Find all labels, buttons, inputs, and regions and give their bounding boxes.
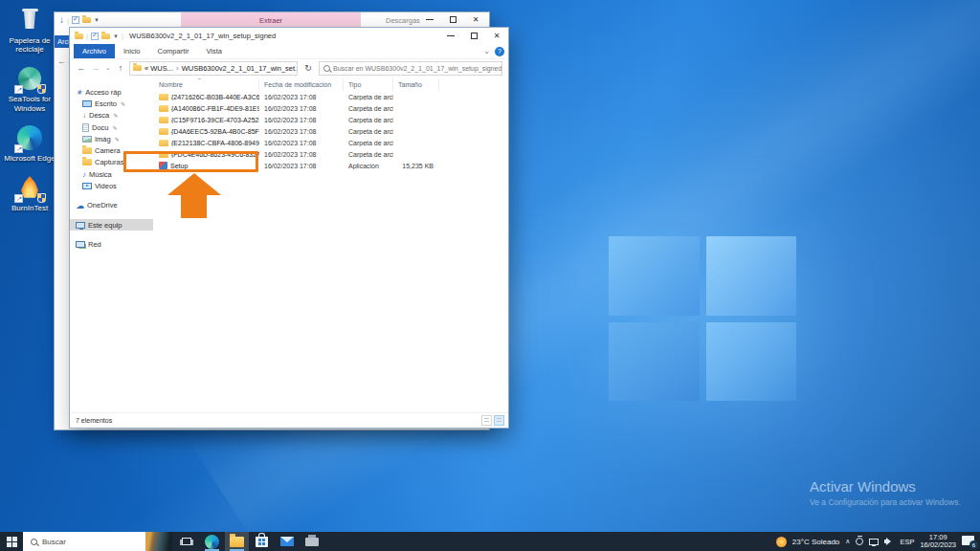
- downloads-window-icon: ↓: [59, 15, 64, 25]
- table-row[interactable]: {D4A6EEC5-92BA-4B0C-85F3-4B7C7431D... 16…: [154, 125, 507, 137]
- taskbar-store-icon[interactable]: [250, 532, 274, 551]
- back-button[interactable]: ←: [76, 63, 87, 73]
- printer-device-icon: [305, 538, 319, 546]
- sidebar-item[interactable]: Red: [70, 238, 153, 250]
- taskbar-device-icon[interactable]: [300, 532, 323, 551]
- file-date: 16/02/2023 17:08: [259, 140, 344, 146]
- file-type: Carpeta de archivos: [344, 140, 393, 146]
- column-header[interactable]: Nombre: [154, 78, 259, 91]
- desktop-icon-label: Papelera de reciclaje: [3, 36, 56, 54]
- weather-sun-icon[interactable]: [776, 537, 787, 547]
- forward-button[interactable]: →: [90, 63, 101, 73]
- qat-folder-icon[interactable]: [82, 17, 91, 23]
- tray-network-icon[interactable]: [869, 539, 879, 545]
- breadcrumb-folder-icon: [133, 65, 142, 71]
- file-icon: [159, 105, 168, 112]
- table-row[interactable]: {2471626C-B03B-440E-A3C6-B24440F043... 1…: [154, 91, 507, 102]
- clock[interactable]: 17:09 16/02/2023: [920, 534, 956, 549]
- table-row[interactable]: {E212138C-CBFA-4806-8949-88F3D0D45F... 1…: [154, 137, 507, 148]
- ribbon-collapse-icon[interactable]: [483, 47, 490, 55]
- ribbon-tab-extraer[interactable]: Extraer: [181, 12, 361, 28]
- sidebar-item[interactable]: Acceso ráp: [70, 86, 153, 98]
- desktop-icon[interactable]: SeaTools for Windows: [2, 64, 57, 112]
- search-highlight-thumbnail[interactable]: [145, 532, 172, 551]
- file-name-cell: {D4A6EEC5-92BA-4B0C-85F3-4B7C7431D...: [154, 128, 259, 135]
- minimize-button[interactable]: [418, 12, 441, 27]
- breadcrumb[interactable]: « WUS... › WUSB6300v2_2_1_01_17_win_set.…: [129, 61, 298, 76]
- minimize-button[interactable]: [439, 28, 462, 44]
- taskbar-mail-icon[interactable]: [275, 532, 299, 551]
- shortcut-arrow-icon: [14, 144, 23, 153]
- sidebar-item-icon: [76, 201, 84, 210]
- back-button-bg[interactable]: ←: [57, 56, 66, 66]
- file-date: 16/02/2023 17:08: [259, 105, 344, 112]
- close-button[interactable]: [485, 28, 508, 44]
- breadcrumb-root[interactable]: « WUS...: [145, 64, 173, 73]
- sidebar-item-icon: [76, 241, 85, 248]
- action-center-icon[interactable]: 6: [962, 536, 974, 547]
- details-view-toggle-icon[interactable]: [494, 415, 504, 426]
- file-name-cell: {C15F9716-39CE-4703-A252-2ED0DC1EC...: [154, 117, 259, 123]
- sidebar-item[interactable]: Imág: [70, 133, 153, 144]
- breadcrumb-folder[interactable]: WUSB6300v2_2_1_01_17_win_set...: [182, 64, 298, 73]
- sidebar-item-icon: [82, 170, 86, 179]
- column-header[interactable]: Fecha de modificación: [259, 78, 344, 91]
- sidebar-item[interactable]: Desca: [70, 110, 153, 121]
- table-row[interactable]: {C15F9716-39CE-4703-A252-2ED0DC1EC... 16…: [154, 114, 507, 125]
- taskbar-file-explorer-icon[interactable]: [225, 532, 249, 551]
- search-box[interactable]: Buscar en WUSB6300v2_2_1_01_17_win_setup…: [319, 61, 502, 76]
- desktop-icon[interactable]: Papelera de reciclaje: [2, 6, 57, 54]
- column-header[interactable]: Tamaño: [393, 78, 439, 91]
- maximize-button[interactable]: [462, 28, 485, 44]
- qat-properties-icon[interactable]: [72, 16, 79, 24]
- language-indicator[interactable]: ESP: [900, 538, 914, 546]
- file-type: Carpeta de archivos: [344, 105, 393, 112]
- sidebar-item-label: Escrito: [95, 99, 117, 108]
- weather-text[interactable]: 23°C Soleado: [792, 538, 839, 546]
- maximize-button[interactable]: [441, 12, 464, 27]
- ribbon-tab[interactable]: Compartir: [149, 44, 198, 58]
- sidebar-item[interactable]: OneDrive: [70, 200, 153, 211]
- qat-dropdown-icon[interactable]: ▼: [113, 33, 119, 39]
- file-icon: [159, 94, 168, 100]
- qat-dropdown-icon[interactable]: ▼: [94, 17, 100, 23]
- tray-volume-icon[interactable]: [884, 538, 894, 545]
- chevron-right-icon: ›: [176, 64, 179, 73]
- ribbon-tabs: Archivo Inicio Compartir Vista: [70, 44, 508, 58]
- taskbar-search[interactable]: Buscar: [23, 532, 172, 551]
- shortcut-arrow-icon: [14, 194, 23, 203]
- sidebar-item[interactable]: Escrito: [70, 98, 153, 109]
- up-button[interactable]: ↑: [115, 63, 126, 73]
- separator: |: [86, 32, 88, 40]
- qat-properties-icon[interactable]: [91, 33, 99, 40]
- task-view-button[interactable]: [175, 532, 198, 551]
- file-date: 16/02/2023 17:08: [259, 151, 344, 158]
- sidebar-item[interactable]: Este equip: [70, 219, 153, 231]
- file-list-area: Nombre Fecha de modificación Tipo Tamaño…: [154, 77, 507, 413]
- sidebar-item-label: Desca: [89, 111, 109, 120]
- search-placeholder: Buscar en WUSB6300v2_2_1_01_17_win_setup…: [333, 65, 501, 72]
- desktop-icon[interactable]: BurnInTest: [2, 173, 57, 212]
- ribbon-tab[interactable]: Inicio: [115, 44, 149, 58]
- ribbon-tab[interactable]: Vista: [197, 44, 231, 58]
- sidebar-item[interactable]: Videos: [70, 180, 153, 191]
- recent-locations-icon[interactable]: ⌄: [104, 64, 112, 72]
- background-window-title: Descargas: [386, 12, 420, 28]
- help-icon[interactable]: ?: [495, 47, 504, 56]
- sidebar-item-label: Capturas: [95, 158, 123, 166]
- column-headers: Nombre Fecha de modificación Tipo Tamaño: [154, 78, 507, 91]
- start-button[interactable]: [0, 532, 23, 551]
- tray-pen-icon[interactable]: [856, 538, 863, 545]
- qat-folder-icon[interactable]: [101, 33, 110, 39]
- ribbon-tab[interactable]: Archivo: [74, 44, 115, 58]
- taskbar-edge-icon[interactable]: [200, 532, 224, 551]
- desktop-icon[interactable]: Microsoft Edge: [2, 123, 57, 163]
- table-row[interactable]: {A140086C-FB1F-4DE9-81E9-636CD279F7... 1…: [154, 102, 507, 114]
- close-button[interactable]: [464, 12, 487, 27]
- refresh-button[interactable]: ↻: [301, 61, 316, 76]
- uac-shield-icon: [37, 84, 46, 94]
- list-view-toggle-icon[interactable]: [481, 415, 492, 426]
- sidebar-item[interactable]: Docu: [70, 121, 153, 133]
- column-header[interactable]: Tipo: [344, 78, 393, 91]
- tray-expand-icon[interactable]: ∧: [845, 538, 850, 545]
